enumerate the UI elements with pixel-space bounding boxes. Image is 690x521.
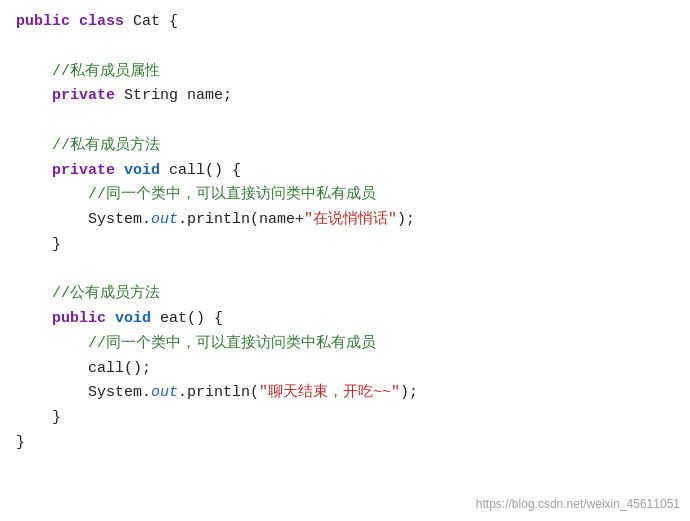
comment-2: //私有成员方法 <box>52 137 160 154</box>
keyword-class: class <box>79 13 124 30</box>
code-line-3: //私有成员属性 <box>16 60 674 85</box>
string-2: "聊天结束，开吃~~" <box>259 384 400 401</box>
code-line-8: //同一个类中，可以直接访问类中私有成员 <box>16 183 674 208</box>
code-line-13: public void eat() { <box>16 307 674 332</box>
code-line-16: System.out.println("聊天结束，开吃~~"); <box>16 381 674 406</box>
keyword-public: public <box>16 13 70 30</box>
code-line-blank3 <box>16 258 674 283</box>
string-1: "在说悄悄话" <box>304 211 397 228</box>
keyword-void-1: void <box>124 162 160 179</box>
out-2: out <box>151 384 178 401</box>
comment-5: //同一个类中，可以直接访问类中私有成员 <box>88 335 376 352</box>
code-container: public class Cat { //私有成员属性 private Stri… <box>0 0 690 521</box>
code-line-18: } <box>16 431 674 456</box>
code-line-12: //公有成员方法 <box>16 282 674 307</box>
code-line-7: private void call() { <box>16 159 674 184</box>
out-1: out <box>151 211 178 228</box>
keyword-void-2: void <box>115 310 151 327</box>
watermark: https://blog.csdn.net/weixin_45611051 <box>476 497 680 511</box>
comment-1: //私有成员属性 <box>52 63 160 80</box>
code-line-blank2 <box>16 109 674 134</box>
code-line-blank1 <box>16 35 674 60</box>
keyword-private-2: private <box>52 162 115 179</box>
comment-4: //公有成员方法 <box>52 285 160 302</box>
code-line-1: public class Cat { <box>16 10 674 35</box>
code-line-4: private String name; <box>16 84 674 109</box>
comment-3: //同一个类中，可以直接访问类中私有成员 <box>88 186 376 203</box>
code-line-15: call(); <box>16 357 674 382</box>
code-line-10: } <box>16 233 674 258</box>
code-line-9: System.out.println(name+"在说悄悄话"); <box>16 208 674 233</box>
code-line-17: } <box>16 406 674 431</box>
code-line-6: //私有成员方法 <box>16 134 674 159</box>
keyword-private-1: private <box>52 87 115 104</box>
code-line-14: //同一个类中，可以直接访问类中私有成员 <box>16 332 674 357</box>
keyword-public-2: public <box>52 310 106 327</box>
